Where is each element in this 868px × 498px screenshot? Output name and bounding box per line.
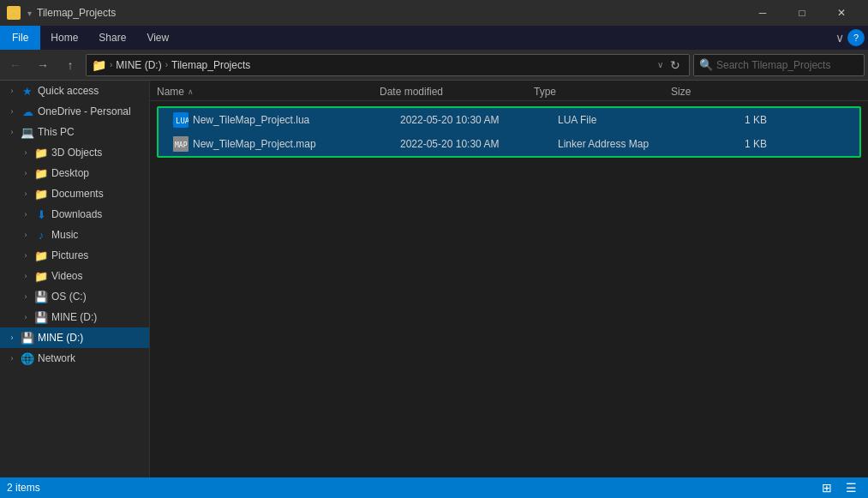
content-pane[interactable]: Name ∧ Date modified Type Size — [150, 81, 868, 477]
mine-d-child-drive-icon: 💾 — [34, 310, 48, 324]
up-button[interactable]: ↑ — [58, 53, 82, 77]
menu-home[interactable]: Home — [40, 26, 88, 50]
3d-objects-label: 3D Objects — [51, 147, 102, 159]
sidebar-item-documents[interactable]: › 📁 Documents — [0, 183, 149, 204]
mine-d-selected-drive-icon: 💾 — [21, 331, 34, 345]
col-header-date[interactable]: Date modified — [380, 86, 534, 98]
icon-view-button[interactable]: ⊞ — [817, 479, 837, 496]
os-c-chevron: › — [21, 292, 31, 301]
pc-icon: 💻 — [21, 125, 34, 139]
status-bar: 2 items ⊞ ☰ — [0, 477, 868, 498]
lua-file-type: LUA File — [558, 114, 695, 126]
map-file-icon: MAP — [172, 135, 189, 153]
desktop-folder-icon: 📁 — [34, 166, 48, 180]
3d-objects-chevron: › — [21, 148, 31, 157]
mine-d-selected-label: MINE (D:) — [38, 332, 83, 344]
mine-d-child-label: MINE (D:) — [51, 311, 97, 323]
network-chevron: › — [7, 354, 17, 363]
file-row-lua[interactable]: LUA New_TileMap_Project.lua 2022-05-20 1… — [159, 108, 859, 132]
lua-file-name: New_TileMap_Project.lua — [193, 114, 397, 126]
list-view-button[interactable]: ☰ — [841, 479, 861, 496]
music-chevron: › — [21, 231, 31, 239]
menu-view[interactable]: View — [136, 26, 179, 50]
star-icon: ★ — [21, 84, 34, 98]
maximize-button[interactable]: □ — [782, 0, 822, 26]
search-bar[interactable]: 🔍 Search Tilemap_Projects — [693, 54, 865, 76]
sidebar-item-3d-objects[interactable]: › 📁 3D Objects — [0, 142, 149, 163]
mine-d-child-chevron: › — [21, 313, 31, 321]
documents-chevron: › — [21, 189, 31, 198]
title-bar-controls: ─ □ ✕ — [743, 0, 861, 26]
col-header-type[interactable]: Type — [534, 86, 671, 98]
search-placeholder: Search Tilemap_Projects — [716, 59, 830, 71]
sidebar-item-this-pc[interactable]: › 💻 This PC — [0, 122, 149, 142]
downloads-icon: ⬇ — [34, 207, 48, 221]
back-button[interactable]: ← — [3, 53, 27, 77]
onedrive-chevron: › — [7, 107, 17, 116]
item-count: 2 items — [7, 482, 40, 494]
music-icon: ♪ — [34, 228, 48, 242]
svg-text:LUA: LUA — [176, 117, 189, 125]
menu-file[interactable]: File — [0, 26, 40, 50]
address-dropdown-icon[interactable]: ∨ — [657, 60, 663, 69]
title-bar-separator: ▾ — [27, 9, 32, 18]
videos-folder-icon: 📁 — [34, 269, 48, 283]
videos-chevron: › — [21, 272, 31, 280]
minimize-button[interactable]: ─ — [743, 0, 782, 26]
cloud-icon: ☁ — [21, 105, 34, 118]
file-list: LUA New_TileMap_Project.lua 2022-05-20 1… — [150, 101, 868, 163]
this-pc-chevron: › — [7, 128, 17, 136]
sidebar-item-mine-d-selected[interactable]: › 💾 MINE (D:) — [0, 327, 149, 348]
sidebar-item-quick-access[interactable]: › ★ Quick access — [0, 81, 149, 101]
sidebar-item-pictures[interactable]: › 📁 Pictures — [0, 245, 149, 266]
address-segment-folder: Tilemap_Projects — [171, 59, 250, 71]
sidebar-item-desktop[interactable]: › 📁 Desktop — [0, 163, 149, 183]
map-file-size: 1 KB — [698, 138, 767, 150]
documents-folder-icon: 📁 — [34, 187, 48, 201]
col-header-size[interactable]: Size — [671, 86, 739, 98]
column-headers: Name ∧ Date modified Type Size — [150, 82, 868, 101]
window-icon — [7, 6, 21, 20]
os-c-drive-icon: 💾 — [34, 290, 48, 303]
lua-file-size: 1 KB — [698, 114, 767, 126]
sidebar-item-onedrive[interactable]: › ☁ OneDrive - Personal — [0, 101, 149, 122]
file-row-map[interactable]: MAP New_TileMap_Project.map 2022-05-20 1… — [159, 132, 859, 156]
this-pc-label: This PC — [38, 126, 75, 138]
sidebar-item-downloads[interactable]: › ⬇ Downloads — [0, 204, 149, 225]
os-c-label: OS (C:) — [51, 291, 87, 303]
title-bar-left: ▾ Tilemap_Projects — [7, 6, 116, 20]
menu-expand-icon[interactable]: ∨ — [835, 31, 844, 45]
downloads-label: Downloads — [51, 208, 102, 220]
pictures-label: Pictures — [51, 249, 88, 261]
col-header-name[interactable]: Name ∧ — [157, 86, 380, 98]
title-bar: ▾ Tilemap_Projects ─ □ ✕ — [0, 0, 868, 26]
sidebar-item-music[interactable]: › ♪ Music — [0, 225, 149, 245]
close-button[interactable]: ✕ — [822, 0, 861, 26]
pictures-chevron: › — [21, 251, 31, 260]
address-bar[interactable]: 📁 › MINE (D:) › Tilemap_Projects ∨ ↻ — [86, 54, 690, 76]
sidebar-item-os-c[interactable]: › 💾 OS (C:) — [0, 286, 149, 307]
search-icon: 🔍 — [699, 58, 713, 71]
sidebar-item-network[interactable]: › 🌐 Network — [0, 348, 149, 369]
quick-access-label: Quick access — [38, 85, 99, 97]
sidebar-item-mine-d-child[interactable]: › 💾 MINE (D:) — [0, 307, 149, 327]
lua-file-date: 2022-05-20 10:30 AM — [400, 114, 554, 126]
toolbar: ← → ↑ 📁 › MINE (D:) › Tilemap_Projects ∨… — [0, 50, 868, 81]
sidebar-item-videos[interactable]: › 📁 Videos — [0, 266, 149, 286]
forward-button[interactable]: → — [31, 53, 55, 77]
status-bar-right: ⊞ ☰ — [817, 479, 861, 496]
network-label: Network — [38, 352, 75, 364]
quick-access-chevron: › — [7, 87, 17, 95]
map-file-type: Linker Address Map — [558, 138, 695, 150]
desktop-chevron: › — [21, 169, 31, 177]
network-icon: 🌐 — [21, 351, 34, 365]
svg-text:MAP: MAP — [175, 141, 188, 149]
selection-highlight-box: LUA New_TileMap_Project.lua 2022-05-20 1… — [157, 106, 861, 158]
menu-share[interactable]: Share — [88, 26, 136, 50]
refresh-button[interactable]: ↻ — [667, 58, 684, 72]
help-button[interactable]: ? — [847, 29, 865, 46]
address-segment-drive: MINE (D:) — [116, 59, 161, 71]
sidebar: › ★ Quick access › ☁ OneDrive - Personal… — [0, 81, 150, 477]
documents-label: Documents — [51, 188, 104, 200]
name-sort-icon: ∧ — [188, 87, 194, 96]
